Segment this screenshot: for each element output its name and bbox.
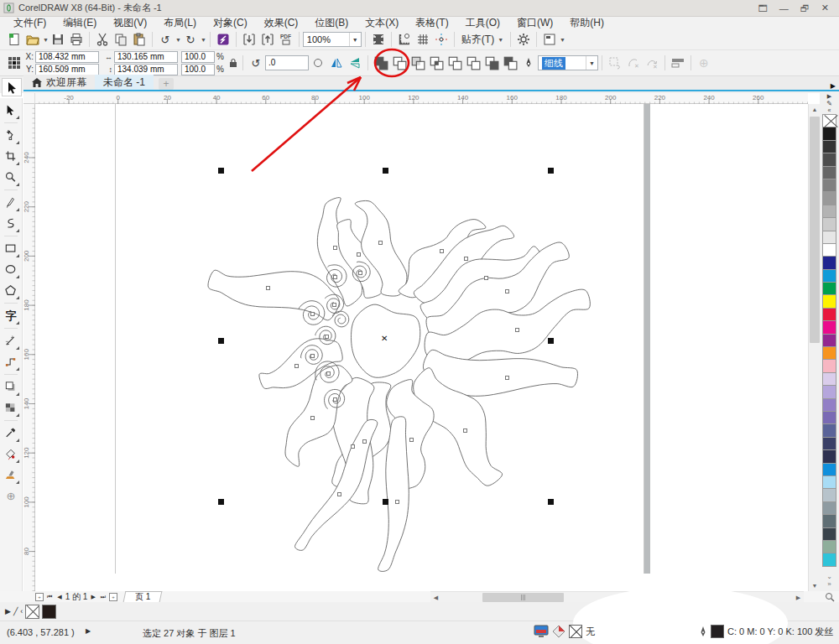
open-button[interactable] xyxy=(23,30,42,49)
tool-pick[interactable] xyxy=(1,100,21,121)
tool-connector[interactable] xyxy=(1,351,21,372)
palette-swatch-12[interactable] xyxy=(822,269,836,283)
weld-button[interactable] xyxy=(390,54,409,72)
tool-ellipse[interactable] xyxy=(1,259,21,280)
menu-item-0[interactable]: 文件(F) xyxy=(5,17,55,29)
docpalette-flyout-icon[interactable]: ▶ xyxy=(5,607,11,615)
first-page-icon[interactable]: ⏮ xyxy=(45,594,54,600)
reverse-path-button[interactable]: ✕ xyxy=(643,54,661,72)
palette-swatch-14[interactable] xyxy=(822,294,836,308)
menu-item-6[interactable]: 位图(B) xyxy=(306,17,357,29)
show-rulers-button[interactable] xyxy=(395,30,414,49)
palette-swatch-22[interactable] xyxy=(822,398,836,412)
copy-button[interactable] xyxy=(112,30,130,49)
selection-handle[interactable] xyxy=(218,338,224,344)
front-minus-back-button[interactable] xyxy=(464,54,482,72)
feedback-icon[interactable]: 🗔 xyxy=(758,3,768,13)
drawing-viewport[interactable]: ✕ xyxy=(35,104,808,591)
docpalette-scroll-icon[interactable]: ‹ xyxy=(20,607,23,615)
cut-button[interactable] xyxy=(93,30,112,49)
tool-polygon[interactable] xyxy=(1,280,21,301)
docpalette-eyedrop-icon[interactable]: ╱ xyxy=(13,607,18,615)
ruler-origin-box[interactable] xyxy=(23,93,35,104)
tool-transparency[interactable] xyxy=(1,397,21,418)
palette-edit-icon[interactable]: ✎ xyxy=(826,100,832,107)
palette-swatch-7[interactable] xyxy=(822,205,836,218)
selection-center-mark[interactable]: ✕ xyxy=(381,334,388,343)
app-launcher-button[interactable] xyxy=(540,30,559,49)
navigator-button[interactable] xyxy=(821,591,839,602)
object-width-field[interactable]: 130.165 mm xyxy=(114,51,178,63)
palette-swatch-32[interactable] xyxy=(822,527,836,541)
vertical-scrollbar[interactable]: ▲ ▼ xyxy=(808,104,820,591)
save-button[interactable] xyxy=(49,30,67,49)
scroll-down-icon[interactable]: ▼ xyxy=(809,580,821,591)
palette-swatch-21[interactable] xyxy=(822,385,836,398)
add-page-icon-2[interactable]: + xyxy=(109,593,117,601)
menu-item-7[interactable]: 文本(X) xyxy=(357,17,407,29)
palette-swatch-27[interactable] xyxy=(822,463,836,476)
fill-none-swatch[interactable] xyxy=(569,625,582,638)
zoom-level-combo[interactable]: 100%▼ xyxy=(303,32,362,47)
outline-width-combo[interactable]: 细线 ▼ xyxy=(538,55,598,70)
tool-shape[interactable] xyxy=(1,125,21,146)
tool-drop-shadow[interactable] xyxy=(1,377,21,397)
palette-swatch-23[interactable] xyxy=(822,411,836,424)
menu-item-1[interactable]: 编辑(E) xyxy=(55,17,105,29)
menu-item-2[interactable]: 视图(V) xyxy=(105,17,155,29)
palette-swatch-6[interactable] xyxy=(822,191,836,205)
mirror-vertical-button[interactable] xyxy=(346,54,364,72)
horizontal-scroll-thumb[interactable] xyxy=(482,593,564,602)
last-page-icon[interactable]: ⏭ xyxy=(99,594,107,600)
palette-swatch-5[interactable] xyxy=(822,179,836,192)
pdf-publish-button[interactable]: PDF xyxy=(277,30,295,49)
import-button[interactable] xyxy=(240,30,258,49)
tool-interactive-fill[interactable] xyxy=(1,444,21,465)
tool-text[interactable]: 字 xyxy=(1,305,21,326)
redo-dropdown-icon[interactable]: ▼ xyxy=(201,37,206,43)
palette-swatch-25[interactable] xyxy=(822,437,836,450)
tool-dimension[interactable] xyxy=(1,330,21,351)
selection-handle[interactable] xyxy=(218,499,224,505)
palette-expand-icon[interactable]: » xyxy=(827,580,831,588)
new-document-button[interactable] xyxy=(5,30,23,49)
intersect-button[interactable] xyxy=(427,54,446,72)
tool-pick-active[interactable] xyxy=(2,78,22,96)
print-button[interactable] xyxy=(67,30,86,49)
selected-artwork-object[interactable] xyxy=(35,104,808,591)
palette-swatch-15[interactable] xyxy=(822,308,836,321)
palette-swatch-29[interactable] xyxy=(822,488,836,501)
selection-handle[interactable] xyxy=(548,338,554,344)
tab-welcome-screen[interactable]: 欢迎屏幕 xyxy=(23,75,95,90)
menu-item-10[interactable]: 窗口(W) xyxy=(508,17,561,29)
tab-scroll-icon[interactable]: ▶ xyxy=(831,82,839,90)
docpalette-no-color-swatch[interactable] xyxy=(25,605,39,619)
palette-swatch-8[interactable] xyxy=(822,217,836,231)
palette-swatch-33[interactable] xyxy=(822,540,836,553)
vertical-ruler[interactable]: 24022020018016014012010080 xyxy=(23,104,35,591)
palette-swatch-30[interactable] xyxy=(822,501,836,515)
palette-swatch-34[interactable] xyxy=(822,553,836,566)
redo-button[interactable]: ↻ xyxy=(181,30,200,49)
menu-item-8[interactable]: 表格(T) xyxy=(407,17,456,29)
status-flyout-icon[interactable]: ▶ xyxy=(86,627,91,635)
back-minus-front-button[interactable] xyxy=(482,54,501,72)
lock-ratio-button[interactable] xyxy=(227,54,239,72)
add-page-icon[interactable]: + xyxy=(35,593,44,601)
palette-flyout-icon[interactable]: ▶ xyxy=(827,93,831,100)
palette-no-color-swatch[interactable] xyxy=(822,114,836,127)
tool-smart-fill[interactable] xyxy=(1,465,21,486)
fullscreen-preview-button[interactable] xyxy=(369,30,388,49)
tool-zoom[interactable] xyxy=(1,167,21,188)
text-wrap-button[interactable] xyxy=(669,54,687,72)
palette-swatch-16[interactable] xyxy=(822,320,836,334)
tool-rectangle[interactable] xyxy=(1,238,21,259)
convert-to-curves-button[interactable] xyxy=(606,54,624,72)
palette-scrolldown-icon[interactable]: ⌄ xyxy=(826,573,832,580)
close-path-button[interactable]: ✕ xyxy=(624,54,643,72)
palette-swatch-28[interactable] xyxy=(822,475,836,489)
page-tab[interactable]: 页 1 xyxy=(123,591,163,602)
palette-swatch-11[interactable] xyxy=(822,256,836,269)
snap-to-menu[interactable]: 贴齐(T)▼ xyxy=(458,33,507,47)
document-info-icon[interactable] xyxy=(534,625,549,638)
